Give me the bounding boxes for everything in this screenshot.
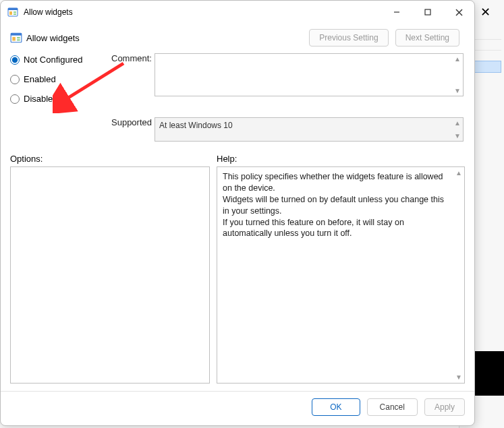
app-icon [7, 7, 18, 18]
titlebar: Allow widgets [1, 1, 474, 24]
dialog-window: Allow widgets Al [0, 0, 475, 426]
radio-not-configured[interactable]: Not Configured [10, 55, 111, 65]
svg-rect-3 [8, 8, 18, 10]
radio-disabled[interactable]: Disabled [10, 94, 111, 104]
scroll-up-icon[interactable]: ▲ [454, 55, 461, 63]
ok-button[interactable]: OK [312, 398, 360, 416]
comment-label: Comment: [111, 53, 155, 63]
radio-enabled[interactable]: Enabled [10, 74, 111, 84]
maximize-button[interactable] [412, 1, 443, 24]
dialog-footer: OK Cancel Apply [1, 391, 474, 425]
svg-rect-12 [11, 33, 22, 35]
scroll-up-icon[interactable]: ▲ [454, 119, 461, 127]
supported-on-text: At least Windows 10 [159, 121, 233, 130]
policy-icon [10, 32, 22, 44]
options-label: Options: [10, 151, 210, 166]
radio-label: Not Configured [24, 55, 82, 65]
radio-label: Enabled [24, 74, 56, 84]
window-title: Allow widgets [24, 7, 73, 17]
supported-on-label: Supported on: [111, 117, 155, 127]
cancel-button[interactable]: Cancel [367, 398, 418, 416]
scrollbar[interactable]: ▲ ▼ [455, 169, 463, 381]
minimize-button[interactable] [381, 1, 412, 24]
svg-rect-5 [13, 11, 16, 13]
radio-enabled-input[interactable] [10, 75, 20, 84]
scroll-down-icon[interactable]: ▼ [454, 132, 461, 140]
next-setting-button[interactable]: Next Setting [395, 29, 459, 47]
radio-disabled-input[interactable] [10, 94, 20, 104]
radio-not-configured-input[interactable] [10, 55, 20, 65]
svg-rect-6 [13, 13, 16, 15]
help-text: This policy specifies whether the widget… [223, 172, 444, 238]
previous-setting-button[interactable]: Previous Setting [309, 29, 388, 47]
help-panel: This policy specifies whether the widget… [217, 166, 465, 384]
state-radio-group: Not Configured Enabled Disabled [10, 53, 111, 104]
svg-rect-8 [425, 9, 430, 15]
svg-rect-4 [9, 11, 12, 15]
close-icon[interactable]: ✕ [480, 5, 491, 20]
supported-on-box: At least Windows 10 ▲ ▼ [155, 117, 464, 142]
help-label: Help: [217, 151, 465, 166]
scroll-down-icon[interactable]: ▼ [455, 373, 462, 382]
svg-rect-15 [17, 39, 20, 40]
apply-button[interactable]: Apply [424, 398, 465, 416]
svg-rect-13 [12, 37, 16, 41]
scrollbar[interactable]: ▲ ▼ [453, 55, 461, 94]
policy-title: Allow widgets [26, 33, 80, 43]
scrollbar[interactable]: ▲ ▼ [453, 119, 461, 140]
scroll-up-icon[interactable]: ▲ [455, 169, 462, 178]
options-panel [10, 166, 210, 384]
radio-label: Disabled [24, 94, 58, 104]
scroll-down-icon[interactable]: ▼ [454, 87, 461, 94]
comment-textbox[interactable]: ▲ ▼ [155, 53, 464, 96]
window-controls [381, 1, 474, 24]
svg-rect-14 [17, 37, 20, 38]
close-button[interactable] [443, 1, 474, 24]
